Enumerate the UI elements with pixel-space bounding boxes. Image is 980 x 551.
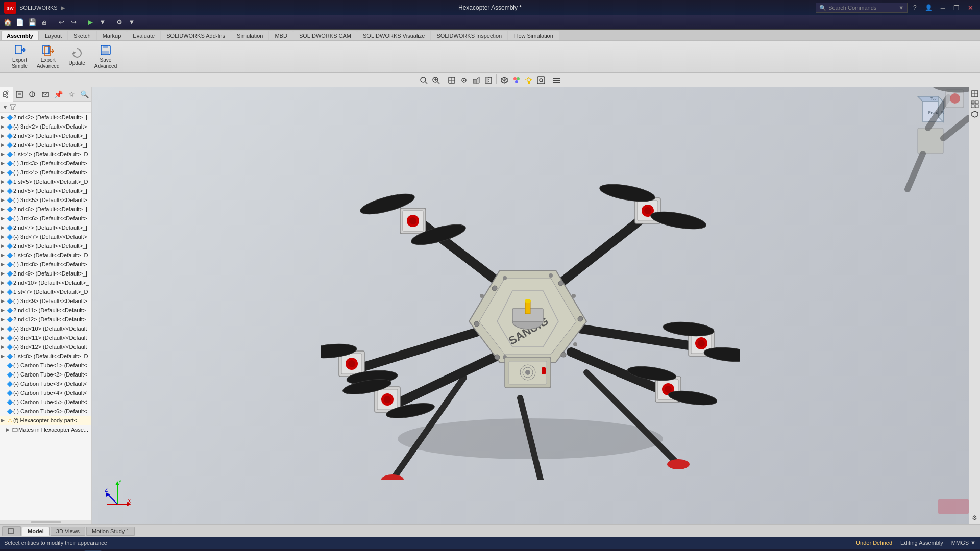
expand-icon[interactable]: ▶ xyxy=(6,427,11,432)
tree-item-3[interactable]: ▶ 🔷 2 nd<3> (Default<<Default>_[ xyxy=(0,131,91,140)
tree-item-carbon-6[interactable]: 🔷 (-) Carbon Tube<6> (Default< xyxy=(0,407,91,416)
tree-item-12[interactable]: ▶ 🔷 (-) 3rd<6> (Default<<Default> xyxy=(0,214,91,223)
expand-icon[interactable]: ▶ xyxy=(1,418,6,423)
export-advanced-button[interactable]: ExportAdvanced xyxy=(33,45,63,68)
tree-item-7[interactable]: ▶ 🔷 (-) 3rd<4> (Default<<Default> xyxy=(0,168,91,177)
tree-item-carbon-3[interactable]: 🔷 (-) Carbon Tube<3> (Default< xyxy=(0,379,91,388)
tree-item-18[interactable]: ▶ 🔷 2 nd<9> (Default<<Default>_[ xyxy=(0,269,91,278)
tree-item-14[interactable]: ▶ 🔷 (-) 3rd<7> (Default<<Default> xyxy=(0,232,91,241)
tab-evaluate[interactable]: Evaluate xyxy=(127,31,160,40)
redo-icon[interactable]: ↪ xyxy=(68,17,79,28)
zoom-icon[interactable] xyxy=(430,74,442,86)
view-setting-2-icon[interactable] xyxy=(970,99,979,109)
right-panel-settings-icon[interactable]: ⚙ xyxy=(970,513,979,522)
expand-icon[interactable]: ▶ xyxy=(1,335,6,340)
expand-icon[interactable]: ▶ xyxy=(1,308,6,313)
tree-item-4[interactable]: ▶ 🔷 2 nd<4> (Default<<Default>_[ xyxy=(0,140,91,149)
hide-show-icon[interactable] xyxy=(458,74,470,86)
tab-simulation[interactable]: Simulation xyxy=(231,31,268,40)
settings-dropdown-icon[interactable]: ▼ xyxy=(126,17,137,28)
tree-scroll-bar[interactable] xyxy=(0,520,91,524)
save-advanced-button[interactable]: SaveAdvanced xyxy=(91,45,120,68)
expand-icon[interactable]: ▶ xyxy=(1,115,6,120)
tree-item-24[interactable]: ▶ 🔷 (-) 3rd<10> (Default<<Default xyxy=(0,324,91,333)
tab-assembly[interactable]: Assembly xyxy=(1,31,39,40)
tree-item-25[interactable]: ▶ 🔷 (-) 3rd<11> (Default<<Default xyxy=(0,333,91,342)
scene-tab[interactable]: 📌 xyxy=(52,87,65,102)
tab-solidworks-cam[interactable]: SOLIDWORKS CAM xyxy=(293,31,357,40)
display-style-icon[interactable] xyxy=(471,74,482,86)
units-value[interactable]: MMGS xyxy=(951,540,969,546)
tree-item-carbon-4[interactable]: 🔷 (-) Carbon Tube<4> (Default< xyxy=(0,388,91,397)
tree-item-8[interactable]: ▶ 🔷 1 st<5> (Default<<Default>_D xyxy=(0,177,91,186)
expand-icon[interactable]: ▶ xyxy=(1,170,6,175)
expand-icon[interactable]: ▶ xyxy=(1,161,6,166)
expand-icon[interactable]: ▶ xyxy=(1,326,6,331)
tree-item-26[interactable]: ▶ 🔷 (-) 3rd<12> (Default<<Default xyxy=(0,342,91,352)
tab-layout[interactable]: Layout xyxy=(39,31,67,40)
feature-tree-tab[interactable] xyxy=(0,87,13,102)
appearances-icon[interactable] xyxy=(511,74,522,86)
section-view-icon[interactable] xyxy=(483,74,494,86)
play-icon[interactable]: ▶ xyxy=(85,17,96,28)
tree-item-5[interactable]: ▶ 🔷 1 st<4> (Default<<Default>_D xyxy=(0,149,91,159)
expand-icon[interactable]: ▶ xyxy=(1,197,6,203)
expand-icon[interactable]: ▶ xyxy=(1,271,6,276)
display-settings-icon[interactable] xyxy=(535,74,547,86)
expand-icon[interactable]: ▶ xyxy=(1,124,6,129)
expand-icon[interactable]: ▶ xyxy=(1,354,6,359)
tree-item-13[interactable]: ▶ 🔷 2 nd<7> (Default<<Default>_[ xyxy=(0,223,91,232)
view-setting-1-icon[interactable] xyxy=(970,89,979,98)
model-tab[interactable] xyxy=(2,526,21,536)
tree-item-21[interactable]: ▶ 🔷 (-) 3rd<9> (Default<<Default> xyxy=(0,296,91,306)
expand-icon[interactable]: ▶ xyxy=(1,234,6,239)
tab-mbd[interactable]: MBD xyxy=(269,31,292,40)
help-button[interactable]: ? xyxy=(911,3,919,12)
expand-icon[interactable]: ▶ xyxy=(1,298,6,304)
expand-icon[interactable]: ▶ xyxy=(1,152,6,157)
expand-icon[interactable]: ▶ xyxy=(1,262,6,267)
tree-item-6[interactable]: ▶ 🔷 (-) 3rd<3> (Default<<Default> xyxy=(0,159,91,168)
tree-item-11[interactable]: ▶ 🔷 2 nd<6> (Default<<Default>_[ xyxy=(0,205,91,214)
toolbar-dropdown-icon[interactable]: ▼ xyxy=(97,17,108,28)
search-tab[interactable]: 🔍 xyxy=(78,87,91,102)
tree-item-22[interactable]: ▶ 🔷 2 nd<11> (Default<<Default>_ xyxy=(0,306,91,315)
tree-item-hexacopter-body[interactable]: ▶ ⚠ (f) Hexacopter body part< xyxy=(0,416,91,425)
expand-icon[interactable]: ▶ xyxy=(1,280,6,285)
expand-icon[interactable]: ▶ xyxy=(1,289,6,294)
search-commands-box[interactable]: 🔍 Search Commands ▼ xyxy=(816,3,908,13)
configuration-manager-tab[interactable] xyxy=(26,87,39,102)
search-dropdown-icon[interactable]: ▼ xyxy=(898,5,904,11)
tab-solidworks-addins[interactable]: SOLIDWORKS Add-Ins xyxy=(161,31,231,40)
expand-icon[interactable]: ▶ xyxy=(1,216,6,221)
tree-item-carbon-2[interactable]: 🔷 (-) Carbon Tube<2> (Default< xyxy=(0,370,91,379)
expand-icon[interactable]: ▶ xyxy=(1,253,6,258)
tree-item-23[interactable]: ▶ 🔷 2 nd<12> (Default<<Default>_ xyxy=(0,315,91,324)
3d-viewport[interactable]: SANUIG xyxy=(92,87,969,524)
model-label-tab[interactable]: Model xyxy=(22,527,50,536)
expand-icon[interactable]: ▶ xyxy=(1,133,6,138)
expand-icon[interactable]: ▶ xyxy=(1,243,6,248)
expand-icon[interactable]: ▶ xyxy=(1,317,6,322)
expand-icon[interactable]: ▶ xyxy=(1,142,6,147)
view-cube-icon[interactable] xyxy=(499,74,510,86)
units-dropdown-icon[interactable]: ▼ xyxy=(970,540,976,546)
expand-icon[interactable]: ▶ xyxy=(1,225,6,230)
3d-views-tab[interactable]: 3D Views xyxy=(51,527,85,536)
undo-icon[interactable]: ↩ xyxy=(56,17,67,28)
close-button[interactable]: ✕ xyxy=(965,3,976,13)
expand-icon[interactable]: ▶ xyxy=(1,207,6,212)
lighting-icon[interactable] xyxy=(523,74,534,86)
tree-item-15[interactable]: ▶ 🔷 2 nd<8> (Default<<Default>_[ xyxy=(0,241,91,251)
export-simple-button[interactable]: ExportSimple xyxy=(8,45,31,68)
property-manager-tab[interactable] xyxy=(13,87,27,102)
new-doc-icon[interactable]: 📄 xyxy=(14,17,26,28)
tab-markup[interactable]: Markup xyxy=(97,31,127,40)
tree-item-19[interactable]: ▶ 🔷 2 nd<10> (Default<<Default>_ xyxy=(0,278,91,287)
home-icon[interactable]: 🏠 xyxy=(2,17,13,28)
tree-item-9[interactable]: ▶ 🔷 2 nd<5> (Default<<Default>_[ xyxy=(0,186,91,195)
favorites-tab[interactable]: ☆ xyxy=(65,87,79,102)
motion-study-tab[interactable]: Motion Study 1 xyxy=(86,527,135,536)
tree-item-carbon-1[interactable]: 🔷 (-) Carbon Tube<1> (Default< xyxy=(0,361,91,370)
tab-sketch[interactable]: Sketch xyxy=(68,31,96,40)
